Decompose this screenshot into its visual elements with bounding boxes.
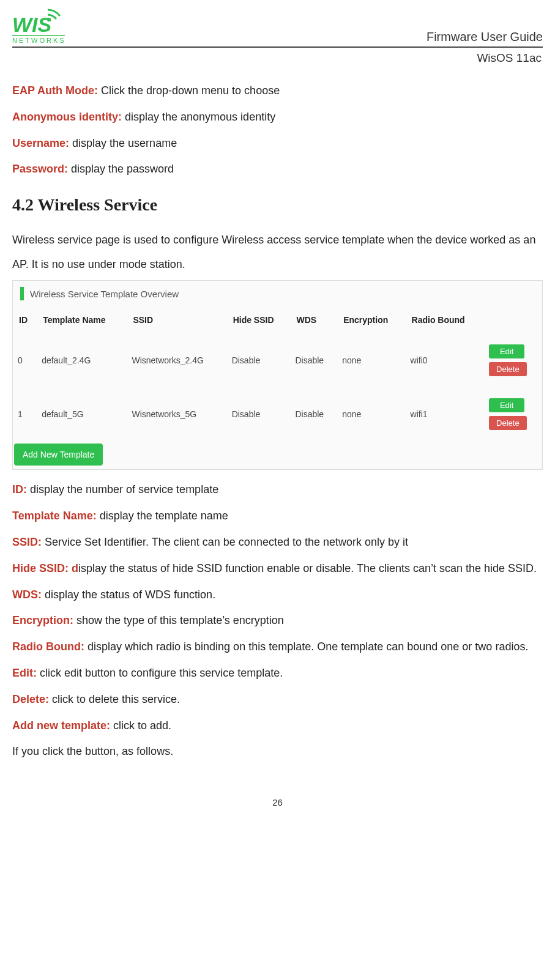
svg-text:WIS: WIS bbox=[12, 13, 52, 36]
col-hide-ssid: Hide SSID bbox=[227, 309, 291, 333]
def-term: Hide SSID: d bbox=[12, 562, 78, 574]
accent-bar-icon bbox=[20, 287, 24, 300]
def-line: Username: display the username bbox=[12, 135, 543, 152]
svg-rect-2 bbox=[12, 35, 65, 36]
template-table: ID Template Name SSID Hide SSID WDS Encr… bbox=[13, 309, 542, 441]
def-term: SSID: bbox=[12, 536, 42, 548]
bottom-definitions: ID: display the number of service templa… bbox=[12, 481, 543, 734]
table-header-row: ID Template Name SSID Hide SSID WDS Encr… bbox=[13, 309, 542, 333]
cell-template-name: default_2.4G bbox=[37, 333, 127, 387]
def-line: SSID: Service Set Identifier. The client… bbox=[12, 533, 543, 551]
svg-text:NETWORKS: NETWORKS bbox=[12, 37, 66, 44]
def-term: Edit: bbox=[12, 667, 37, 679]
cell-hide-ssid: Disable bbox=[227, 333, 291, 387]
panel-title-row: Wireless Service Template Overview bbox=[13, 281, 542, 309]
wisnetworks-logo-icon: WIS NETWORKS bbox=[12, 6, 67, 44]
cell-radio-bound[interactable]: wifi1 bbox=[406, 387, 485, 441]
cell-actions: Edit Delete bbox=[484, 387, 542, 441]
def-desc: click edit button to configure this serv… bbox=[37, 667, 283, 679]
section-heading: 4.2 Wireless Service bbox=[12, 195, 543, 215]
def-line: EAP Auth Mode: Click the drop-down menu … bbox=[12, 82, 543, 100]
def-line: Anonymous identity: display the anonymou… bbox=[12, 108, 543, 126]
cell-encryption: none bbox=[337, 333, 405, 387]
def-desc: display the password bbox=[68, 163, 174, 175]
cell-ssid: Wisnetworks_5G bbox=[127, 387, 226, 441]
col-actions bbox=[484, 309, 542, 333]
col-wds: WDS bbox=[290, 309, 337, 333]
def-line: Encryption: show the type of this templa… bbox=[12, 612, 543, 629]
delete-button[interactable]: Delete bbox=[489, 362, 527, 376]
def-desc: click to add. bbox=[110, 719, 171, 732]
page-header: WIS NETWORKS Firmware User Guide bbox=[12, 6, 543, 48]
table-row: 1 default_5G Wisnetworks_5G Disable Disa… bbox=[13, 387, 542, 441]
cell-id: 0 bbox=[13, 333, 37, 387]
col-ssid: SSID bbox=[127, 309, 226, 333]
doc-title: Firmware User Guide bbox=[426, 30, 543, 44]
cell-actions: Edit Delete bbox=[484, 333, 542, 387]
def-line: Template Name: display the template name bbox=[12, 507, 543, 525]
def-term: Anonymous identity: bbox=[12, 111, 122, 123]
def-line: WDS: display the status of WDS function. bbox=[12, 586, 543, 604]
cell-wds: Disable bbox=[290, 333, 337, 387]
col-radio-bound: Radio Bound bbox=[406, 309, 485, 333]
cell-id: 1 bbox=[13, 387, 37, 441]
def-line: Delete: click to delete this service. bbox=[12, 691, 543, 708]
def-term: Username: bbox=[12, 137, 69, 149]
def-term: EAP Auth Mode: bbox=[12, 84, 98, 97]
cell-hide-ssid: Disable bbox=[227, 387, 291, 441]
def-desc: display which radio is binding on this t… bbox=[84, 640, 528, 653]
cell-encryption: none bbox=[337, 387, 405, 441]
def-desc: show the type of this template’s encrypt… bbox=[73, 614, 284, 626]
def-term: Radio Bound: bbox=[12, 640, 84, 653]
wireless-service-panel: Wireless Service Template Overview ID Te… bbox=[12, 280, 543, 470]
edit-button[interactable]: Edit bbox=[489, 344, 524, 358]
cell-ssid: Wisnetworks_2.4G bbox=[127, 333, 226, 387]
def-line: Edit: click edit button to configure thi… bbox=[12, 664, 543, 682]
logo: WIS NETWORKS bbox=[12, 6, 67, 44]
def-line: Radio Bound: display which radio is bind… bbox=[12, 638, 543, 656]
def-desc: display the status of WDS function. bbox=[42, 588, 215, 601]
def-desc: isplay the status of hide SSID function … bbox=[78, 562, 537, 574]
def-desc: Click the drop-down menu to choose bbox=[98, 84, 280, 97]
cell-template-name: default_5G bbox=[37, 387, 127, 441]
def-desc: display the number of service template bbox=[27, 483, 218, 496]
def-term: Delete: bbox=[12, 693, 49, 705]
def-term: Password: bbox=[12, 163, 68, 175]
page-number: 26 bbox=[12, 797, 543, 807]
doc-subtitle: WisOS 11ac bbox=[12, 51, 543, 65]
def-desc: display the template name bbox=[97, 510, 228, 522]
col-template-name: Template Name bbox=[37, 309, 127, 333]
def-term: Template Name: bbox=[12, 510, 97, 522]
def-line: ID: display the number of service templa… bbox=[12, 481, 543, 499]
def-desc: click to delete this service. bbox=[49, 693, 180, 705]
def-term: Add new template: bbox=[12, 719, 110, 732]
intro-paragraph: Wireless service page is used to configu… bbox=[12, 228, 543, 277]
def-desc: display the username bbox=[69, 137, 177, 149]
table-row: 0 default_2.4G Wisnetworks_2.4G Disable … bbox=[13, 333, 542, 387]
cell-wds: Disable bbox=[290, 387, 337, 441]
add-bar: Add New Template bbox=[13, 441, 542, 469]
def-term: WDS: bbox=[12, 588, 42, 601]
def-term: Encryption: bbox=[12, 614, 73, 626]
cell-radio-bound[interactable]: wifi0 bbox=[406, 333, 485, 387]
def-line: Password: display the password bbox=[12, 160, 543, 178]
add-new-template-button[interactable]: Add New Template bbox=[14, 444, 103, 466]
def-term: ID: bbox=[12, 483, 27, 496]
def-line: Add new template: click to add. bbox=[12, 717, 543, 735]
panel-title: Wireless Service Template Overview bbox=[30, 289, 179, 299]
def-line: Hide SSID: display the status of hide SS… bbox=[12, 560, 543, 577]
top-definitions: EAP Auth Mode: Click the drop-down menu … bbox=[12, 82, 543, 178]
def-desc: display the anonymous identity bbox=[122, 111, 275, 123]
def-desc: Service Set Identifier. The client can b… bbox=[42, 536, 408, 548]
col-id: ID bbox=[13, 309, 37, 333]
delete-button[interactable]: Delete bbox=[489, 416, 527, 430]
col-encryption: Encryption bbox=[337, 309, 405, 333]
closing-line: If you click the button, as follows. bbox=[12, 743, 543, 760]
edit-button[interactable]: Edit bbox=[489, 398, 524, 412]
